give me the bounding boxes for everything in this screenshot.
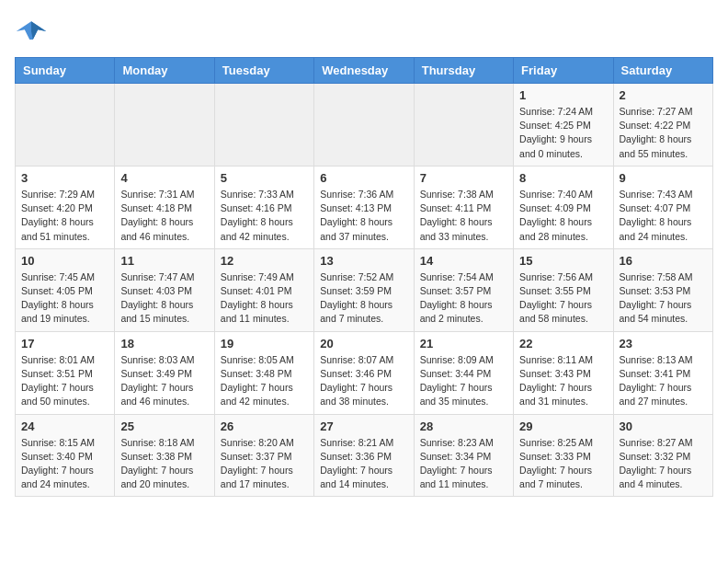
calendar-cell: 11Sunrise: 7:47 AM Sunset: 4:03 PM Dayli… xyxy=(115,248,214,331)
svg-marker-1 xyxy=(31,21,46,40)
calendar-cell: 13Sunrise: 7:52 AM Sunset: 3:59 PM Dayli… xyxy=(314,248,414,331)
calendar-cell: 10Sunrise: 7:45 AM Sunset: 4:05 PM Dayli… xyxy=(16,248,115,331)
day-number: 14 xyxy=(420,254,507,268)
calendar-week-row: 3Sunrise: 7:29 AM Sunset: 4:20 PM Daylig… xyxy=(16,166,713,248)
page-header xyxy=(15,15,713,48)
day-header-sunday: Sunday xyxy=(16,58,115,84)
day-number: 30 xyxy=(620,419,707,433)
day-info: Sunrise: 7:45 AM Sunset: 4:05 PM Dayligh… xyxy=(21,270,108,327)
day-number: 28 xyxy=(420,419,507,433)
day-number: 15 xyxy=(519,254,607,268)
calendar-cell xyxy=(115,84,214,167)
day-number: 25 xyxy=(120,419,208,433)
day-number: 13 xyxy=(320,254,407,268)
logo xyxy=(15,15,51,48)
calendar-cell: 6Sunrise: 7:36 AM Sunset: 4:13 PM Daylig… xyxy=(314,166,414,248)
day-info: Sunrise: 7:31 AM Sunset: 4:18 PM Dayligh… xyxy=(120,188,208,244)
day-info: Sunrise: 7:43 AM Sunset: 4:07 PM Dayligh… xyxy=(620,188,707,244)
day-number: 12 xyxy=(221,254,308,268)
day-info: Sunrise: 7:54 AM Sunset: 3:57 PM Dayligh… xyxy=(420,270,507,327)
day-number: 16 xyxy=(620,254,707,268)
day-info: Sunrise: 7:52 AM Sunset: 3:59 PM Dayligh… xyxy=(320,270,407,327)
calendar-cell: 19Sunrise: 8:05 AM Sunset: 3:48 PM Dayli… xyxy=(214,331,313,414)
calendar-cell: 23Sunrise: 8:13 AM Sunset: 3:41 PM Dayli… xyxy=(613,331,712,414)
calendar-cell: 12Sunrise: 7:49 AM Sunset: 4:01 PM Dayli… xyxy=(214,248,313,331)
calendar-cell: 20Sunrise: 8:07 AM Sunset: 3:46 PM Dayli… xyxy=(314,331,414,414)
day-number: 5 xyxy=(221,171,308,185)
calendar-cell: 7Sunrise: 7:38 AM Sunset: 4:11 PM Daylig… xyxy=(414,166,513,248)
calendar-cell: 3Sunrise: 7:29 AM Sunset: 4:20 PM Daylig… xyxy=(16,166,115,248)
day-number: 19 xyxy=(221,337,308,350)
day-number: 8 xyxy=(519,171,607,185)
day-number: 3 xyxy=(21,171,108,185)
day-info: Sunrise: 8:03 AM Sunset: 3:49 PM Dayligh… xyxy=(120,353,208,409)
calendar-week-row: 1Sunrise: 7:24 AM Sunset: 4:25 PM Daylig… xyxy=(16,84,713,167)
calendar-cell: 1Sunrise: 7:24 AM Sunset: 4:25 PM Daylig… xyxy=(514,84,613,167)
day-number: 9 xyxy=(620,171,707,185)
calendar-cell: 4Sunrise: 7:31 AM Sunset: 4:18 PM Daylig… xyxy=(115,166,214,248)
calendar-cell: 17Sunrise: 8:01 AM Sunset: 3:51 PM Dayli… xyxy=(16,331,115,414)
calendar-cell: 18Sunrise: 8:03 AM Sunset: 3:49 PM Dayli… xyxy=(115,331,214,414)
day-info: Sunrise: 7:38 AM Sunset: 4:11 PM Dayligh… xyxy=(420,188,507,244)
day-info: Sunrise: 7:33 AM Sunset: 4:16 PM Dayligh… xyxy=(221,188,308,244)
day-info: Sunrise: 7:40 AM Sunset: 4:09 PM Dayligh… xyxy=(519,188,607,244)
day-header-tuesday: Tuesday xyxy=(214,58,313,84)
calendar-cell: 21Sunrise: 8:09 AM Sunset: 3:44 PM Dayli… xyxy=(414,331,513,414)
day-info: Sunrise: 8:07 AM Sunset: 3:46 PM Dayligh… xyxy=(320,353,407,409)
day-number: 1 xyxy=(519,88,607,102)
calendar-cell: 28Sunrise: 8:23 AM Sunset: 3:34 PM Dayli… xyxy=(414,414,513,497)
day-number: 2 xyxy=(620,88,707,102)
day-info: Sunrise: 8:01 AM Sunset: 3:51 PM Dayligh… xyxy=(21,353,108,409)
day-header-saturday: Saturday xyxy=(613,58,712,84)
logo-bird-icon xyxy=(15,15,48,48)
calendar-week-row: 24Sunrise: 8:15 AM Sunset: 3:40 PM Dayli… xyxy=(16,414,713,497)
day-info: Sunrise: 8:05 AM Sunset: 3:48 PM Dayligh… xyxy=(221,353,308,409)
day-number: 6 xyxy=(320,171,407,185)
calendar-week-row: 10Sunrise: 7:45 AM Sunset: 4:05 PM Dayli… xyxy=(16,248,713,331)
day-info: Sunrise: 8:09 AM Sunset: 3:44 PM Dayligh… xyxy=(420,353,507,409)
day-number: 17 xyxy=(21,337,108,350)
day-number: 29 xyxy=(519,419,607,433)
day-number: 21 xyxy=(420,337,507,350)
calendar-cell: 5Sunrise: 7:33 AM Sunset: 4:16 PM Daylig… xyxy=(214,166,313,248)
day-info: Sunrise: 7:36 AM Sunset: 4:13 PM Dayligh… xyxy=(320,188,407,244)
day-info: Sunrise: 7:27 AM Sunset: 4:22 PM Dayligh… xyxy=(620,105,707,161)
calendar-cell xyxy=(214,84,313,167)
calendar-cell: 30Sunrise: 8:27 AM Sunset: 3:32 PM Dayli… xyxy=(613,414,712,497)
calendar-cell: 24Sunrise: 8:15 AM Sunset: 3:40 PM Dayli… xyxy=(16,414,115,497)
day-number: 7 xyxy=(420,171,507,185)
day-info: Sunrise: 7:24 AM Sunset: 4:25 PM Dayligh… xyxy=(519,105,607,161)
day-info: Sunrise: 8:11 AM Sunset: 3:43 PM Dayligh… xyxy=(519,353,607,409)
day-info: Sunrise: 7:49 AM Sunset: 4:01 PM Dayligh… xyxy=(221,270,308,327)
calendar-cell xyxy=(16,84,115,167)
calendar-cell: 14Sunrise: 7:54 AM Sunset: 3:57 PM Dayli… xyxy=(414,248,513,331)
day-info: Sunrise: 8:21 AM Sunset: 3:36 PM Dayligh… xyxy=(320,436,407,492)
day-number: 27 xyxy=(320,419,407,433)
calendar-cell: 27Sunrise: 8:21 AM Sunset: 3:36 PM Dayli… xyxy=(314,414,414,497)
day-number: 24 xyxy=(21,419,108,433)
day-info: Sunrise: 7:58 AM Sunset: 3:53 PM Dayligh… xyxy=(620,270,707,327)
calendar-cell xyxy=(414,84,513,167)
day-info: Sunrise: 8:13 AM Sunset: 3:41 PM Dayligh… xyxy=(620,353,707,409)
day-info: Sunrise: 8:27 AM Sunset: 3:32 PM Dayligh… xyxy=(620,436,707,492)
day-number: 26 xyxy=(221,419,308,433)
day-number: 10 xyxy=(21,254,108,268)
calendar-cell: 2Sunrise: 7:27 AM Sunset: 4:22 PM Daylig… xyxy=(613,84,712,167)
calendar-table: SundayMondayTuesdayWednesdayThursdayFrid… xyxy=(15,57,713,497)
day-header-wednesday: Wednesday xyxy=(314,58,414,84)
calendar-cell: 8Sunrise: 7:40 AM Sunset: 4:09 PM Daylig… xyxy=(514,166,613,248)
day-number: 20 xyxy=(320,337,407,350)
day-info: Sunrise: 8:15 AM Sunset: 3:40 PM Dayligh… xyxy=(21,436,108,492)
calendar-cell xyxy=(314,84,414,167)
day-info: Sunrise: 7:56 AM Sunset: 3:55 PM Dayligh… xyxy=(519,270,607,327)
day-header-friday: Friday xyxy=(514,58,613,84)
day-number: 18 xyxy=(120,337,208,350)
day-info: Sunrise: 8:20 AM Sunset: 3:37 PM Dayligh… xyxy=(221,436,308,492)
calendar-cell: 16Sunrise: 7:58 AM Sunset: 3:53 PM Dayli… xyxy=(613,248,712,331)
day-info: Sunrise: 7:29 AM Sunset: 4:20 PM Dayligh… xyxy=(21,188,108,244)
day-header-monday: Monday xyxy=(115,58,214,84)
day-header-thursday: Thursday xyxy=(414,58,513,84)
day-number: 4 xyxy=(120,171,208,185)
calendar-cell: 25Sunrise: 8:18 AM Sunset: 3:38 PM Dayli… xyxy=(115,414,214,497)
calendar-week-row: 17Sunrise: 8:01 AM Sunset: 3:51 PM Dayli… xyxy=(16,331,713,414)
